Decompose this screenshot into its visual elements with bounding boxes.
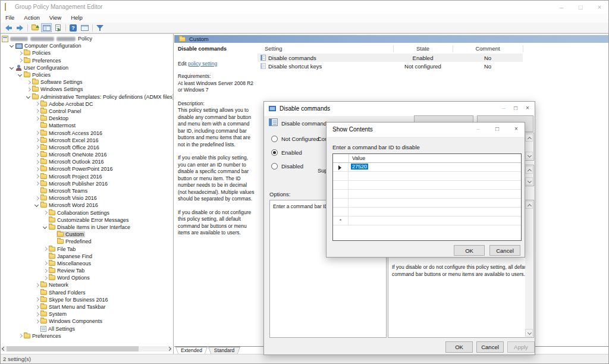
- close-icon[interactable]: ×: [523, 102, 532, 114]
- chevron-collapsed-icon[interactable]: [34, 115, 40, 121]
- tree-root-item[interactable]: Policy: [1, 35, 173, 42]
- chevron-expanded-icon[interactable]: [9, 43, 15, 49]
- scroll-down-icon[interactable]: [525, 152, 533, 159]
- scroll-up-icon[interactable]: [525, 201, 533, 209]
- chevron-expanded-icon[interactable]: [9, 65, 15, 71]
- tree-item[interactable]: Skype for Business 2016: [1, 296, 173, 303]
- tree-item[interactable]: Disable Items in User Interface: [1, 224, 173, 231]
- tree-item[interactable]: File Tab: [1, 245, 173, 252]
- chevron-collapsed-icon[interactable]: [42, 261, 48, 266]
- tree-item[interactable]: Control Panel: [1, 108, 173, 115]
- scroll-left-icon[interactable]: [2, 347, 6, 351]
- close-icon[interactable]: ×: [511, 123, 521, 135]
- up-one-level-icon[interactable]: [30, 23, 40, 32]
- forward-icon[interactable]: [14, 23, 25, 32]
- tree-item[interactable]: Preferences: [1, 57, 173, 64]
- chevron-collapsed-icon[interactable]: [34, 130, 40, 136]
- tree-item[interactable]: Microsoft Excel 2016: [1, 137, 173, 144]
- chevron-expanded-icon[interactable]: [34, 202, 40, 208]
- chevron-expanded-icon[interactable]: [26, 94, 32, 100]
- radio-not-configured[interactable]: [271, 136, 278, 142]
- menu-item-file[interactable]: File: [1, 14, 19, 21]
- close-icon[interactable]: ×: [591, 1, 608, 14]
- tree-item[interactable]: Windows Components: [1, 318, 173, 325]
- apply-button[interactable]: Apply: [507, 341, 535, 353]
- grid-row[interactable]: [333, 190, 521, 199]
- minimize-icon[interactable]: –: [553, 1, 570, 14]
- row-selector-cell[interactable]: [333, 208, 349, 216]
- cancel-button[interactable]: Cancel: [476, 341, 504, 353]
- row-selector-cell[interactable]: *: [333, 216, 349, 225]
- chevron-collapsed-icon[interactable]: [42, 210, 48, 216]
- tree-item[interactable]: Collaboration Settings: [1, 209, 173, 216]
- new-window-icon[interactable]: [79, 23, 90, 32]
- tree-item[interactable]: Microsoft Publisher 2016: [1, 180, 173, 187]
- column-header-setting[interactable]: Setting: [265, 45, 282, 52]
- chevron-collapsed-icon[interactable]: [34, 311, 40, 317]
- tree-item[interactable]: Predefined: [1, 238, 173, 245]
- settings-row[interactable]: Disable shortcut keys Not configured No: [258, 62, 523, 70]
- cancel-button[interactable]: Cancel: [489, 245, 520, 256]
- menu-item-view[interactable]: View: [45, 14, 66, 21]
- tree-item[interactable]: User Configuration: [1, 64, 173, 71]
- tree-item[interactable]: Microsoft Outlook 2016: [1, 158, 173, 165]
- chevron-collapsed-icon[interactable]: [34, 152, 40, 158]
- tree-item[interactable]: Computer Configuration: [1, 42, 173, 49]
- chevron-collapsed-icon[interactable]: [17, 58, 23, 64]
- chevron-collapsed-icon[interactable]: [34, 297, 40, 303]
- tree-item[interactable]: Mattermost: [1, 122, 173, 129]
- tree-item[interactable]: Start Menu and Taskbar: [1, 303, 173, 310]
- back-icon[interactable]: [3, 23, 14, 32]
- chevron-collapsed-icon[interactable]: [34, 318, 40, 324]
- tree-item[interactable]: Microsoft Word 2016: [1, 202, 173, 209]
- tree-item[interactable]: Software Settings: [1, 79, 173, 86]
- chevron-collapsed-icon[interactable]: [34, 101, 40, 107]
- ok-button[interactable]: OK: [445, 341, 473, 353]
- row-selector-cell[interactable]: [333, 181, 349, 189]
- tree-item[interactable]: All Settings: [1, 325, 173, 332]
- menu-item-help[interactable]: Help: [66, 14, 87, 21]
- maximize-icon[interactable]: □: [492, 123, 502, 135]
- chevron-collapsed-icon[interactable]: [42, 268, 48, 274]
- tree-item[interactable]: Adobe Acrobat DC: [1, 101, 173, 108]
- chevron-collapsed-icon[interactable]: [34, 166, 40, 172]
- tree-item[interactable]: Preferences: [1, 332, 173, 340]
- chevron-collapsed-icon[interactable]: [34, 174, 40, 180]
- tree-item[interactable]: Microsoft Visio 2016: [1, 194, 173, 202]
- supported-scrollbar[interactable]: [525, 166, 533, 185]
- tree-item[interactable]: Word Options: [1, 274, 173, 281]
- maximize-icon[interactable]: □: [511, 102, 520, 114]
- help-scrollbar[interactable]: [525, 201, 533, 337]
- value-cell[interactable]: 27520: [351, 164, 368, 170]
- value-column-header[interactable]: Value: [352, 155, 365, 161]
- ok-button[interactable]: OK: [454, 245, 485, 256]
- column-divider[interactable]: [523, 45, 523, 52]
- chevron-collapsed-icon[interactable]: [34, 195, 40, 201]
- tree-item[interactable]: Administrative Templates: Policy definit…: [1, 93, 173, 101]
- tree-item[interactable]: Policies: [1, 49, 173, 57]
- tree-item[interactable]: Network: [1, 281, 173, 288]
- chevron-collapsed-icon[interactable]: [42, 275, 48, 281]
- tree-item[interactable]: System: [1, 310, 173, 318]
- column-header-state[interactable]: State: [393, 45, 453, 52]
- scrollbar-thumb[interactable]: [7, 346, 139, 352]
- chevron-collapsed-icon[interactable]: [34, 159, 40, 165]
- export-list-icon[interactable]: [52, 23, 63, 32]
- column-divider[interactable]: [453, 45, 453, 52]
- chevron-collapsed-icon[interactable]: [17, 50, 23, 56]
- grid-row[interactable]: 27520: [333, 163, 521, 172]
- help-icon[interactable]: [68, 23, 79, 32]
- tree-item[interactable]: Microsoft Access 2016: [1, 129, 173, 136]
- grid-row[interactable]: [333, 199, 521, 208]
- row-selector-cell[interactable]: [333, 190, 349, 198]
- column-divider[interactable]: [393, 45, 394, 52]
- tree-item[interactable]: Policies: [1, 71, 173, 79]
- chevron-expanded-icon[interactable]: [42, 224, 48, 230]
- row-selector-cell[interactable]: [333, 172, 349, 180]
- filter-icon[interactable]: [95, 23, 105, 32]
- policy-setting-link[interactable]: policy setting: [188, 61, 217, 67]
- tree-item[interactable]: Microsoft Project 2016: [1, 173, 173, 180]
- radio-enabled[interactable]: [271, 149, 278, 156]
- tree-horizontal-scrollbar[interactable]: [1, 346, 172, 352]
- scroll-down-icon[interactable]: [525, 329, 533, 337]
